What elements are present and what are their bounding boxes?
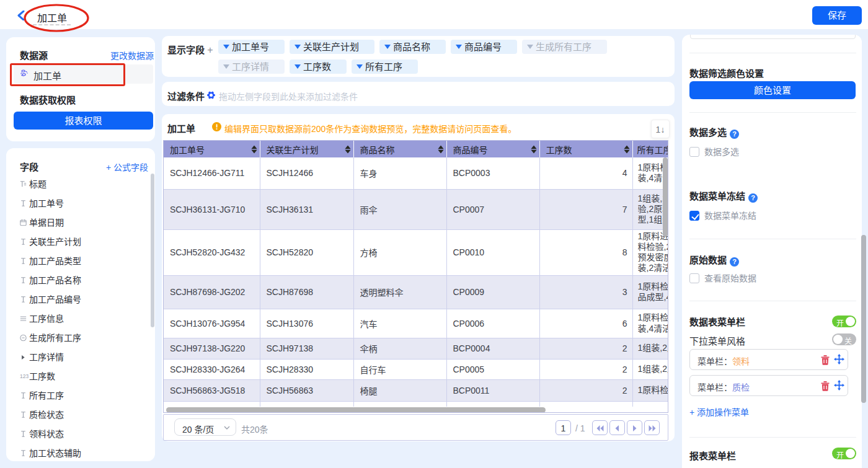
svg-text:123: 123 bbox=[20, 373, 29, 379]
